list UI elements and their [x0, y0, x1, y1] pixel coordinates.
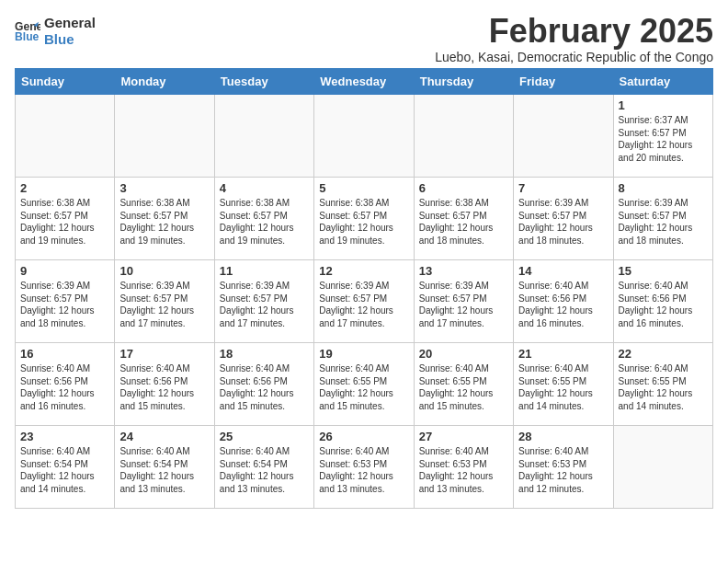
- day-info: Sunrise: 6:39 AM Sunset: 6:57 PM Dayligh…: [220, 280, 309, 329]
- calendar-cell: 22Sunrise: 6:40 AM Sunset: 6:55 PM Dayli…: [613, 343, 712, 426]
- calendar-cell: 24Sunrise: 6:40 AM Sunset: 6:54 PM Dayli…: [115, 426, 214, 509]
- day-number: 7: [518, 181, 608, 195]
- day-info: Sunrise: 6:38 AM Sunset: 6:57 PM Dayligh…: [220, 197, 309, 247]
- weekday-saturday: Saturday: [613, 69, 712, 95]
- day-info: Sunrise: 6:38 AM Sunset: 6:57 PM Dayligh…: [20, 197, 109, 247]
- calendar-cell: 8Sunrise: 6:39 AM Sunset: 6:57 PM Daylig…: [613, 178, 712, 260]
- day-number: 18: [220, 347, 309, 361]
- day-number: 3: [119, 181, 209, 195]
- day-number: 14: [518, 264, 608, 278]
- calendar-cell: 3Sunrise: 6:38 AM Sunset: 6:57 PM Daylig…: [115, 178, 214, 260]
- day-number: 13: [419, 264, 508, 278]
- day-info: Sunrise: 6:40 AM Sunset: 6:56 PM Dayligh…: [119, 362, 209, 412]
- calendar-cell: 15Sunrise: 6:40 AM Sunset: 6:56 PM Dayli…: [613, 260, 712, 343]
- calendar-cell: 12Sunrise: 6:39 AM Sunset: 6:57 PM Dayli…: [314, 260, 414, 343]
- day-info: Sunrise: 6:40 AM Sunset: 6:56 PM Dayligh…: [220, 362, 309, 412]
- calendar-cell: 17Sunrise: 6:40 AM Sunset: 6:56 PM Dayli…: [115, 343, 214, 426]
- weekday-monday: Monday: [115, 69, 214, 95]
- calendar-cell: [613, 426, 712, 509]
- day-number: 12: [319, 264, 408, 278]
- day-number: 21: [518, 347, 608, 361]
- page-header: General Blue General Blue February 2025 …: [15, 15, 713, 64]
- day-number: 4: [220, 181, 309, 195]
- day-info: Sunrise: 6:39 AM Sunset: 6:57 PM Dayligh…: [319, 280, 408, 329]
- day-number: 20: [419, 347, 508, 361]
- calendar-cell: 7Sunrise: 6:39 AM Sunset: 6:57 PM Daylig…: [514, 178, 613, 260]
- svg-text:Blue: Blue: [15, 30, 40, 43]
- day-number: 28: [518, 430, 608, 443]
- calendar-cell: 16Sunrise: 6:40 AM Sunset: 6:56 PM Dayli…: [16, 343, 115, 426]
- calendar-cell: [16, 95, 115, 178]
- week-row-1: 2Sunrise: 6:38 AM Sunset: 6:57 PM Daylig…: [16, 178, 713, 260]
- calendar-cell: 2Sunrise: 6:38 AM Sunset: 6:57 PM Daylig…: [16, 178, 115, 260]
- day-info: Sunrise: 6:40 AM Sunset: 6:54 PM Dayligh…: [220, 445, 309, 495]
- calendar-cell: 21Sunrise: 6:40 AM Sunset: 6:55 PM Dayli…: [514, 343, 613, 426]
- day-info: Sunrise: 6:40 AM Sunset: 6:56 PM Dayligh…: [20, 362, 109, 412]
- day-info: Sunrise: 6:40 AM Sunset: 6:54 PM Dayligh…: [20, 445, 109, 495]
- day-info: Sunrise: 6:39 AM Sunset: 6:57 PM Dayligh…: [619, 197, 708, 247]
- calendar-cell: 26Sunrise: 6:40 AM Sunset: 6:53 PM Dayli…: [314, 426, 414, 509]
- day-info: Sunrise: 6:38 AM Sunset: 6:57 PM Dayligh…: [119, 197, 209, 247]
- calendar-cell: 28Sunrise: 6:40 AM Sunset: 6:53 PM Dayli…: [514, 426, 613, 509]
- day-number: 23: [20, 430, 109, 443]
- week-row-0: 1Sunrise: 6:37 AM Sunset: 6:57 PM Daylig…: [16, 95, 713, 178]
- week-row-4: 23Sunrise: 6:40 AM Sunset: 6:54 PM Dayli…: [16, 426, 713, 509]
- calendar-cell: 4Sunrise: 6:38 AM Sunset: 6:57 PM Daylig…: [214, 178, 313, 260]
- day-number: 17: [119, 347, 209, 361]
- day-number: 2: [20, 181, 109, 195]
- calendar-cell: 20Sunrise: 6:40 AM Sunset: 6:55 PM Dayli…: [414, 343, 513, 426]
- logo-blue: Blue: [44, 31, 96, 48]
- weekday-header-row: SundayMondayTuesdayWednesdayThursdayFrid…: [16, 69, 713, 95]
- day-info: Sunrise: 6:40 AM Sunset: 6:56 PM Dayligh…: [518, 280, 608, 329]
- calendar-body: 1Sunrise: 6:37 AM Sunset: 6:57 PM Daylig…: [16, 95, 713, 509]
- calendar-cell: 27Sunrise: 6:40 AM Sunset: 6:53 PM Dayli…: [414, 426, 513, 509]
- calendar-cell: 6Sunrise: 6:38 AM Sunset: 6:57 PM Daylig…: [414, 178, 513, 260]
- day-number: 16: [20, 347, 109, 361]
- logo-general: General: [44, 15, 96, 31]
- calendar-cell: 1Sunrise: 6:37 AM Sunset: 6:57 PM Daylig…: [613, 95, 712, 178]
- day-number: 6: [419, 181, 508, 195]
- day-info: Sunrise: 6:38 AM Sunset: 6:57 PM Dayligh…: [319, 197, 408, 247]
- day-info: Sunrise: 6:40 AM Sunset: 6:56 PM Dayligh…: [619, 280, 708, 329]
- day-number: 9: [20, 264, 109, 278]
- calendar-cell: [514, 95, 613, 178]
- day-info: Sunrise: 6:39 AM Sunset: 6:57 PM Dayligh…: [20, 280, 109, 329]
- day-number: 19: [319, 347, 408, 361]
- calendar-cell: 19Sunrise: 6:40 AM Sunset: 6:55 PM Dayli…: [314, 343, 414, 426]
- day-number: 27: [419, 430, 508, 443]
- calendar-cell: 23Sunrise: 6:40 AM Sunset: 6:54 PM Dayli…: [16, 426, 115, 509]
- week-row-2: 9Sunrise: 6:39 AM Sunset: 6:57 PM Daylig…: [16, 260, 713, 343]
- title-section: February 2025 Luebo, Kasai, Democratic R…: [435, 15, 713, 64]
- day-number: 8: [619, 181, 708, 195]
- day-info: Sunrise: 6:40 AM Sunset: 6:53 PM Dayligh…: [518, 445, 608, 495]
- day-number: 11: [220, 264, 309, 278]
- day-number: 22: [619, 347, 708, 361]
- weekday-thursday: Thursday: [414, 69, 513, 95]
- logo: General Blue General Blue: [15, 15, 96, 48]
- weekday-tuesday: Tuesday: [214, 69, 313, 95]
- day-info: Sunrise: 6:38 AM Sunset: 6:57 PM Dayligh…: [419, 197, 508, 247]
- weekday-sunday: Sunday: [16, 69, 115, 95]
- day-info: Sunrise: 6:40 AM Sunset: 6:53 PM Dayligh…: [419, 445, 508, 495]
- day-number: 10: [119, 264, 209, 278]
- day-info: Sunrise: 6:40 AM Sunset: 6:55 PM Dayligh…: [419, 362, 508, 412]
- weekday-friday: Friday: [514, 69, 613, 95]
- calendar-cell: 13Sunrise: 6:39 AM Sunset: 6:57 PM Dayli…: [414, 260, 513, 343]
- day-number: 26: [319, 430, 408, 443]
- calendar-cell: 25Sunrise: 6:40 AM Sunset: 6:54 PM Dayli…: [214, 426, 313, 509]
- day-info: Sunrise: 6:40 AM Sunset: 6:55 PM Dayligh…: [319, 362, 408, 412]
- day-number: 15: [619, 264, 708, 278]
- calendar-cell: [115, 95, 214, 178]
- calendar-table: SundayMondayTuesdayWednesdayThursdayFrid…: [15, 68, 713, 509]
- day-info: Sunrise: 6:40 AM Sunset: 6:55 PM Dayligh…: [518, 362, 608, 412]
- day-info: Sunrise: 6:39 AM Sunset: 6:57 PM Dayligh…: [518, 197, 608, 247]
- day-info: Sunrise: 6:40 AM Sunset: 6:53 PM Dayligh…: [319, 445, 408, 495]
- location: Luebo, Kasai, Democratic Republic of the…: [435, 50, 713, 64]
- calendar-cell: [214, 95, 313, 178]
- month-title: February 2025: [435, 15, 713, 48]
- logo-icon: General Blue: [15, 18, 40, 44]
- weekday-wednesday: Wednesday: [314, 69, 414, 95]
- calendar-cell: [414, 95, 513, 178]
- day-number: 24: [119, 430, 209, 443]
- day-info: Sunrise: 6:40 AM Sunset: 6:55 PM Dayligh…: [619, 362, 708, 412]
